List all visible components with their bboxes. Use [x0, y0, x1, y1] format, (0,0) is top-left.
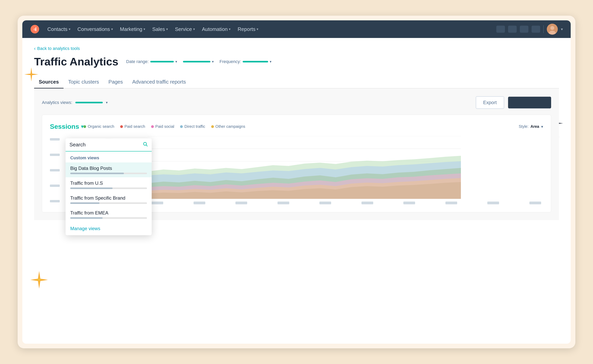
analytics-views-control[interactable]: Analytics views: ▾ [42, 100, 108, 105]
item-4-bar-bg [70, 217, 147, 219]
y-axis [50, 136, 62, 204]
chart-legend: Organic search Paid search Paid social [83, 124, 245, 129]
nav-conversations[interactable]: Conversations ▾ [78, 26, 113, 32]
export-button[interactable]: Export [476, 96, 504, 109]
dropdown-item-3[interactable]: Traffic from Specific Brand [65, 192, 152, 207]
style-chevron-icon: ▾ [541, 124, 543, 129]
nav-marketing[interactable]: Marketing ▾ [120, 26, 145, 32]
inner-frame: Contacts ▾ Conversations ▾ Marketing ▾ S… [22, 20, 571, 344]
reports-chevron: ▾ [257, 27, 258, 31]
legend-other-campaigns: Other campaigns [211, 124, 245, 129]
nav-automation[interactable]: Automation ▾ [202, 26, 231, 32]
tab-sources[interactable]: Sources [34, 76, 64, 88]
avatar-chevron[interactable]: ▾ [561, 27, 563, 32]
date-range-bar [150, 61, 174, 62]
header-controls: Date range: ▾ ▾ Frequency: ▾ [126, 59, 271, 64]
legend-organic-search: Organic search [83, 124, 114, 129]
page-content: ‹ Back to analytics tools Traffic Analyt… [22, 38, 571, 344]
nav-icon-4[interactable] [532, 26, 540, 33]
analytics-views-dropdown: Custom views Big Data Blog Posts Traffic… [65, 138, 152, 235]
item-2-bar-bg [70, 188, 147, 189]
marketing-chevron: ▾ [143, 27, 145, 31]
automation-chevron: ▾ [229, 27, 231, 31]
analytics-section: Analytics views: ▾ Export Sessions [34, 88, 559, 220]
frequency-bar [243, 61, 268, 62]
sessions-chevron-icon: ▾ [81, 124, 83, 129]
back-link[interactable]: ‹ Back to analytics tools [34, 46, 559, 51]
dropdown-item-4[interactable]: Traffic from EMEA [65, 207, 152, 222]
sales-chevron: ▾ [166, 27, 168, 31]
service-chevron: ▾ [193, 27, 195, 31]
tabs-container: Sources Topic clusters Pages Advanced tr… [34, 76, 559, 88]
paid-search-dot [120, 125, 123, 128]
back-chevron-icon: ‹ [34, 46, 36, 51]
tab-pages[interactable]: Pages [104, 76, 128, 88]
xaxis-label-10 [445, 202, 457, 204]
legend-direct-traffic: Direct traffic [180, 124, 205, 129]
nav-icon-1[interactable] [496, 26, 505, 33]
nav-icon-2[interactable] [508, 26, 517, 33]
nav-icon-3[interactable] [520, 26, 528, 33]
style-control[interactable]: Style: Area ▾ [519, 124, 543, 129]
date-range-control[interactable]: Date range: ▾ [126, 59, 177, 64]
other-campaigns-dot [211, 125, 214, 128]
manage-views-link[interactable]: Manage views [65, 222, 152, 235]
date-range-bar-2 [183, 61, 210, 62]
search-icon[interactable] [143, 142, 148, 148]
item-3-bar-bg [70, 202, 147, 204]
xaxis-label-5 [235, 202, 247, 204]
page-header: Traffic Analytics Date range: ▾ ▾ Freque… [34, 55, 559, 68]
xaxis-label-11 [487, 202, 499, 204]
dropdown-search-input[interactable] [70, 142, 140, 148]
conversations-chevron: ▾ [111, 27, 113, 31]
analytics-top-bar: Analytics views: ▾ Export [42, 96, 551, 109]
organic-search-dot [83, 125, 86, 128]
item-2-bar [70, 188, 112, 189]
legend-paid-social: Paid social [151, 124, 174, 129]
item-4-bar [70, 217, 103, 219]
sessions-label[interactable]: Sessions ▾ [50, 123, 83, 130]
svg-point-1 [34, 29, 35, 30]
analytics-views-arrow[interactable]: ▾ [106, 100, 108, 105]
date-range-control-2[interactable]: ▾ [183, 59, 214, 64]
svg-line-12 [146, 145, 147, 146]
xaxis-label-9 [403, 202, 415, 204]
dropdown-item-1[interactable]: Big Data Blog Posts [65, 162, 152, 177]
primary-action-button[interactable] [508, 97, 551, 108]
item-1-bar [70, 173, 124, 174]
nav-contacts[interactable]: Contacts ▾ [47, 26, 71, 32]
nav-divider [543, 25, 544, 33]
analytics-buttons: Export [476, 96, 551, 109]
nav-reports[interactable]: Reports ▾ [238, 26, 258, 32]
tab-topic-clusters[interactable]: Topic clusters [64, 76, 104, 88]
xaxis-label-3 [151, 202, 163, 204]
xaxis-label-7 [319, 202, 331, 204]
item-1-bar-bg [70, 173, 147, 174]
legend-paid-search: Paid search [120, 124, 145, 129]
y-label-1 [50, 200, 60, 202]
analytics-views-bar [75, 102, 103, 103]
xaxis-label-6 [278, 202, 289, 204]
nav-service[interactable]: Service ▾ [175, 26, 195, 32]
frequency-arrow: ▾ [270, 59, 271, 64]
date-range-arrow: ▾ [175, 59, 177, 64]
top-navigation: Contacts ▾ Conversations ▾ Marketing ▾ S… [22, 20, 571, 38]
outer-frame: Contacts ▾ Conversations ▾ Marketing ▾ S… [18, 16, 575, 348]
y-label-2 [50, 185, 60, 187]
chart-container: Sessions ▾ Organic search Paid search [42, 115, 551, 212]
nav-sales[interactable]: Sales ▾ [152, 26, 168, 32]
frequency-control[interactable]: Frequency: ▾ [220, 59, 271, 64]
nav-right: ▾ [496, 24, 563, 35]
hubspot-logo[interactable] [30, 25, 39, 34]
y-label-3 [50, 169, 60, 171]
dropdown-section-label: Custom views [65, 151, 152, 162]
dropdown-search-box [65, 138, 152, 151]
tab-advanced-traffic[interactable]: Advanced traffic reports [128, 76, 191, 88]
item-3-bar [70, 202, 99, 204]
dropdown-item-2[interactable]: Traffic from U.S [65, 177, 152, 192]
avatar[interactable] [547, 24, 558, 35]
direct-traffic-dot [180, 125, 183, 128]
date-range-2-arrow: ▾ [212, 59, 214, 64]
xaxis-label-4 [194, 202, 205, 204]
y-label-4 [50, 154, 60, 156]
